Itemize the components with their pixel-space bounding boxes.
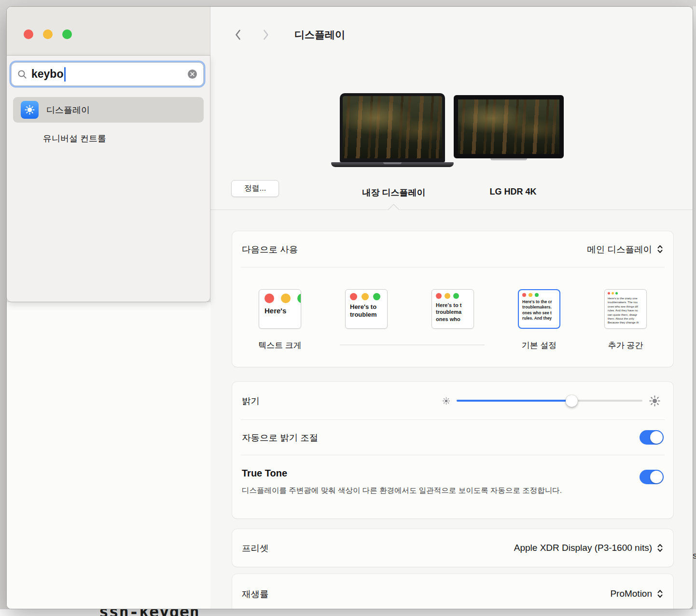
back-button[interactable] — [235, 29, 241, 41]
result-label: 유니버설 컨트롤 — [43, 133, 106, 144]
true-tone-label: True Tone — [242, 468, 562, 479]
scaling-preview-text: Here's to the cr troublemakers. ones who… — [519, 297, 559, 322]
sidebar-lower-area — [7, 302, 210, 609]
brightness-controls — [442, 395, 664, 407]
page-title: 디스플레이 — [294, 28, 345, 42]
brightness-slider-fill — [457, 400, 572, 402]
chevron-up-down-icon — [656, 543, 664, 553]
search-field[interactable]: keybo — [11, 62, 204, 86]
scaling-option-label: 추가 공간 — [608, 340, 643, 350]
search-input-text[interactable]: keybo — [31, 68, 63, 81]
search-icon — [17, 70, 27, 79]
builtin-display-thumbnail[interactable] — [340, 93, 454, 167]
external-display-thumbnail[interactable] — [454, 95, 564, 160]
search-results-panel: keybo 디스플레이 유니버설 컨트롤 — [7, 55, 210, 302]
scaling-preview-text: Here's — [259, 303, 301, 316]
clear-search-button[interactable] — [187, 69, 197, 79]
scaling-preview: Here's to the crazy one troublemakers. T… — [604, 289, 647, 329]
mini-window-controls — [605, 290, 646, 294]
scaling-option-3[interactable]: Here's to t troublema ones who — [424, 289, 482, 350]
true-tone-description: 디스플레이를 주변광에 맞춰 색상이 다른 환경에서도 일관적으로 보이도록 자… — [242, 485, 562, 496]
use-as-label: 다음으로 사용 — [242, 243, 298, 255]
scaling-option-label: 텍스트 크게 — [258, 340, 302, 350]
true-tone-text: True Tone 디스플레이를 주변광에 맞춰 색상이 다른 환경에서도 일관… — [242, 468, 562, 496]
scaling-preview-text: Here's to the crazy one troublemakers. T… — [605, 294, 646, 325]
scaling-option-default-selected[interactable]: Here's to the cr troublemakers. ones who… — [510, 289, 568, 350]
preset-card: 프리셋 Apple XDR Display (P3-1600 nits) — [232, 529, 673, 567]
external-display-name: LG HDR 4K — [489, 187, 536, 197]
use-as-select[interactable]: 메인 디스플레이 — [587, 243, 664, 255]
use-as-value: 메인 디스플레이 — [587, 243, 652, 255]
background-text-fragment: s — [693, 550, 696, 561]
mini-window-controls — [519, 290, 559, 297]
arrange-button[interactable]: 정렬... — [231, 180, 279, 197]
toggle-knob — [650, 471, 663, 483]
use-as-row: 다음으로 사용 메인 디스플레이 — [232, 231, 673, 267]
refresh-rate-label: 재생률 — [242, 588, 269, 600]
monitor-stand — [490, 158, 527, 160]
preset-value: Apple XDR Display (P3-1600 nits) — [514, 543, 652, 553]
minimize-button[interactable] — [43, 29, 53, 39]
sidebar: keybo 디스플레이 유니버설 컨트롤 — [7, 7, 210, 609]
refresh-rate-row: 재생률 ProMotion — [232, 574, 673, 609]
builtin-display-wallpaper — [340, 93, 445, 162]
preset-label: 프리셋 — [242, 542, 269, 554]
section-divider — [210, 210, 693, 210]
mini-window-controls — [346, 290, 387, 300]
brightness-high-icon — [649, 395, 661, 407]
text-cursor — [64, 67, 66, 82]
display-options-card: 다음으로 사용 메인 디스플레이 Here's 텍스트 크게 — [232, 231, 673, 367]
external-display-wallpaper — [454, 95, 564, 158]
preset-row: 프리셋 Apple XDR Display (P3-1600 nits) — [232, 529, 673, 567]
scaling-preview: Here's — [259, 289, 301, 329]
brightness-slider[interactable] — [457, 400, 642, 402]
brightness-row: 밝기 — [232, 382, 673, 420]
true-tone-toggle[interactable] — [640, 470, 664, 484]
scaling-preview: Here's to t troublema ones who — [432, 289, 474, 329]
scaling-option-2[interactable]: Here's to troublem — [337, 289, 395, 350]
scaling-preview: Here's to the cr troublemakers. ones who… — [518, 289, 560, 329]
mini-window-controls — [259, 290, 301, 303]
scaling-option-more-space[interactable]: Here's to the crazy one troublemakers. T… — [597, 289, 654, 350]
search-result-universal-control[interactable]: 유니버설 컨트롤 — [13, 129, 204, 148]
search-result-display[interactable]: 디스플레이 — [13, 97, 204, 123]
refresh-rate-card: 재생률 ProMotion — [232, 574, 673, 609]
window-controls — [24, 29, 72, 39]
chevron-up-down-icon — [656, 244, 664, 254]
scaling-option-label: 기본 설정 — [522, 340, 557, 350]
brightness-label: 밝기 — [242, 395, 260, 407]
refresh-rate-value: ProMotion — [610, 588, 652, 599]
close-button[interactable] — [24, 29, 33, 39]
brightness-slider-thumb[interactable] — [566, 395, 578, 407]
scaling-option-larger-text[interactable]: Here's 텍스트 크게 — [251, 289, 309, 350]
selected-display-pointer — [388, 204, 399, 215]
navigation-header: 디스플레이 — [235, 28, 345, 42]
auto-brightness-label: 자동으로 밝기 조절 — [242, 432, 318, 444]
laptop-base — [331, 162, 454, 167]
auto-brightness-row: 자동으로 밝기 조절 — [232, 420, 673, 455]
scaling-preview-text: Here's to t troublema ones who — [432, 299, 473, 322]
result-label: 디스플레이 — [46, 104, 90, 116]
display-settings-icon — [21, 101, 39, 119]
brightness-card: 밝기 자동으로 밝기 조절 True Tone — [232, 382, 673, 518]
refresh-rate-select[interactable]: ProMotion — [610, 588, 664, 599]
brightness-low-icon — [442, 397, 450, 405]
system-settings-window: keybo 디스플레이 유니버설 컨트롤 — [6, 6, 693, 609]
preset-select[interactable]: Apple XDR Display (P3-1600 nits) — [514, 543, 664, 553]
zoom-button[interactable] — [62, 29, 72, 39]
forward-button[interactable] — [263, 29, 269, 41]
mini-window-controls — [432, 290, 473, 299]
toggle-knob — [650, 431, 663, 444]
auto-brightness-toggle[interactable] — [640, 430, 664, 445]
scaling-options: Here's 텍스트 크게 Here's to troublem Here's … — [232, 267, 673, 367]
chevron-up-down-icon — [656, 588, 664, 599]
scaling-preview: Here's to troublem — [345, 289, 388, 329]
builtin-display-name: 내장 디스플레이 — [362, 187, 425, 198]
scaling-preview-text: Here's to troublem — [346, 300, 387, 319]
display-settings-pane: 디스플레이 정렬... 내장 디스플레이 LG HDR 4K 다음으로 사용 — [210, 7, 693, 609]
true-tone-row: True Tone 디스플레이를 주변광에 맞춰 색상이 다른 환경에서도 일관… — [232, 455, 673, 518]
desktop-right-strip — [693, 6, 696, 609]
